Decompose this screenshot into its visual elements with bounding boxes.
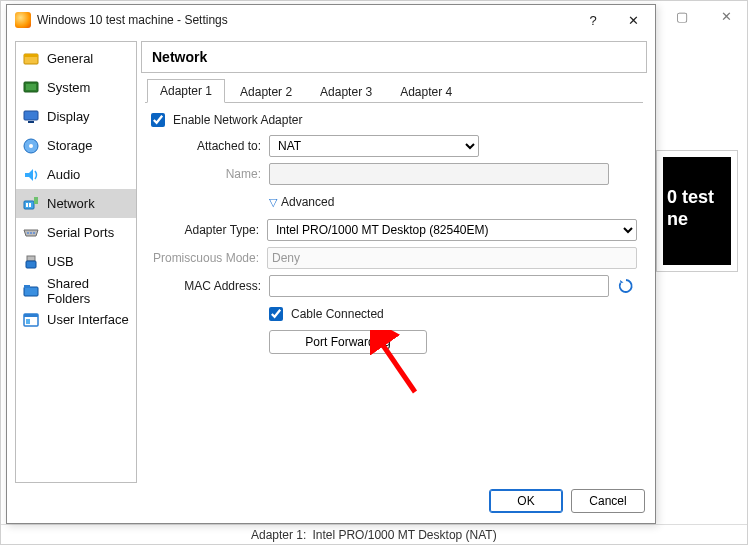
mac-address-label: MAC Address: <box>151 279 269 293</box>
enable-network-adapter-label: Enable Network Adapter <box>173 113 302 127</box>
sidebar-item-user-interface[interactable]: User Interface <box>16 305 136 334</box>
parent-maximize-button[interactable]: ▢ <box>667 9 697 24</box>
virtualbox-icon <box>15 12 31 28</box>
sidebar-item-display[interactable]: Display <box>16 102 136 131</box>
sidebar-item-label: USB <box>47 254 74 269</box>
sidebar-item-label: General <box>47 51 93 66</box>
sidebar-item-label: Network <box>47 196 95 211</box>
sidebar-item-label: Shared Folders <box>47 276 132 306</box>
dialog-close-button[interactable]: ✕ <box>613 6 653 34</box>
usb-icon <box>22 253 40 271</box>
attached-to-combo[interactable]: NAT <box>269 135 479 157</box>
network-icon <box>22 195 40 213</box>
sidebar-item-audio[interactable]: Audio <box>16 160 136 189</box>
svg-rect-4 <box>24 111 38 120</box>
audio-icon <box>22 166 40 184</box>
svg-rect-10 <box>29 203 31 207</box>
sidebar-item-label: System <box>47 80 90 95</box>
vm-preview-text-2: ne <box>667 209 688 229</box>
parent-statusbar: Adapter 1: Intel PRO/1000 MT Desktop (NA… <box>1 524 747 544</box>
svg-rect-18 <box>24 285 30 288</box>
serial-icon <box>22 224 40 242</box>
storage-icon <box>22 137 40 155</box>
svg-rect-15 <box>27 256 35 261</box>
vm-preview-text-1: 0 test <box>667 187 714 207</box>
cable-connected-label: Cable Connected <box>291 307 384 321</box>
cable-connected-row: Cable Connected <box>269 307 384 321</box>
svg-rect-1 <box>24 54 38 57</box>
cancel-button[interactable]: Cancel <box>571 489 645 513</box>
sidebar-item-label: User Interface <box>47 312 129 327</box>
dialog-footer: OK Cancel <box>7 483 655 523</box>
mac-address-field[interactable] <box>269 275 609 297</box>
cable-connected-checkbox[interactable] <box>269 307 283 321</box>
attached-to-label: Attached to: <box>151 139 269 153</box>
tab-adapter-1[interactable]: Adapter 1 <box>147 79 225 103</box>
ok-button[interactable]: OK <box>489 489 563 513</box>
svg-rect-5 <box>28 121 34 123</box>
tab-adapter-4[interactable]: Adapter 4 <box>387 80 465 103</box>
enable-adapter-row: Enable Network Adapter <box>151 113 637 127</box>
general-icon <box>22 50 40 68</box>
panel-title: Network <box>141 41 647 73</box>
promiscuous-mode-combo <box>267 247 637 269</box>
sidebar-item-network[interactable]: Network <box>16 189 136 218</box>
sidebar-item-system[interactable]: System <box>16 73 136 102</box>
port-forwarding-button[interactable]: Port Forwarding <box>269 330 427 354</box>
sidebar-item-label: Serial Ports <box>47 225 114 240</box>
dialog-help-button[interactable]: ? <box>573 6 613 34</box>
sidebar-item-label: Audio <box>47 167 80 182</box>
svg-rect-3 <box>26 84 36 90</box>
statusbar-value: Intel PRO/1000 MT Desktop (NAT) <box>312 528 496 542</box>
tab-adapter-3[interactable]: Adapter 3 <box>307 80 385 103</box>
svg-rect-20 <box>24 314 38 317</box>
chevron-down-icon: ▽ <box>269 196 277 209</box>
adapter-type-label: Adapter Type: <box>151 223 267 237</box>
display-icon <box>22 108 40 126</box>
svg-rect-11 <box>34 197 38 204</box>
parent-close-button[interactable]: ✕ <box>711 9 741 24</box>
promiscuous-mode-label: Promiscuous Mode: <box>151 251 267 265</box>
settings-sidebar: General System Display Storage <box>15 41 137 483</box>
adapter-type-combo[interactable]: Intel PRO/1000 MT Desktop (82540EM) <box>267 219 637 241</box>
svg-point-13 <box>30 232 32 234</box>
sidebar-item-shared-folders[interactable]: Shared Folders <box>16 276 136 305</box>
sidebar-item-serial-ports[interactable]: Serial Ports <box>16 218 136 247</box>
sidebar-item-general[interactable]: General <box>16 44 136 73</box>
svg-rect-21 <box>26 319 30 324</box>
name-label: Name: <box>151 167 269 181</box>
tab-adapter-2[interactable]: Adapter 2 <box>227 80 305 103</box>
shared-folders-icon <box>22 282 40 300</box>
adapter-1-content: Enable Network Adapter Attached to: NAT … <box>145 103 643 363</box>
vm-preview-thumbnail: 0 test ne <box>657 151 737 271</box>
sidebar-item-storage[interactable]: Storage <box>16 131 136 160</box>
settings-dialog: Windows 10 test machine - Settings ? ✕ G… <box>6 4 656 524</box>
dialog-titlebar[interactable]: Windows 10 test machine - Settings ? ✕ <box>7 5 655 35</box>
adapter-tabs: Adapter 1 Adapter 2 Adapter 3 Adapter 4 <box>145 79 643 103</box>
system-icon <box>22 79 40 97</box>
statusbar-label: Adapter 1: <box>251 528 306 542</box>
svg-rect-17 <box>24 287 38 296</box>
enable-network-adapter-checkbox[interactable] <box>151 113 165 127</box>
svg-point-14 <box>33 232 35 234</box>
advanced-label: Advanced <box>281 195 334 209</box>
svg-rect-16 <box>26 261 36 268</box>
name-field <box>269 163 609 185</box>
dialog-title: Windows 10 test machine - Settings <box>37 13 573 27</box>
svg-point-7 <box>29 144 33 148</box>
sidebar-item-label: Storage <box>47 138 93 153</box>
svg-rect-9 <box>26 203 28 207</box>
mac-refresh-button[interactable] <box>615 275 637 297</box>
svg-point-12 <box>27 232 29 234</box>
sidebar-item-label: Display <box>47 109 90 124</box>
user-interface-icon <box>22 311 40 329</box>
advanced-disclosure[interactable]: ▽ Advanced <box>269 195 334 209</box>
sidebar-item-usb[interactable]: USB <box>16 247 136 276</box>
settings-main-panel: Network Adapter 1 Adapter 2 Adapter 3 Ad… <box>141 41 647 483</box>
refresh-icon <box>618 278 634 294</box>
